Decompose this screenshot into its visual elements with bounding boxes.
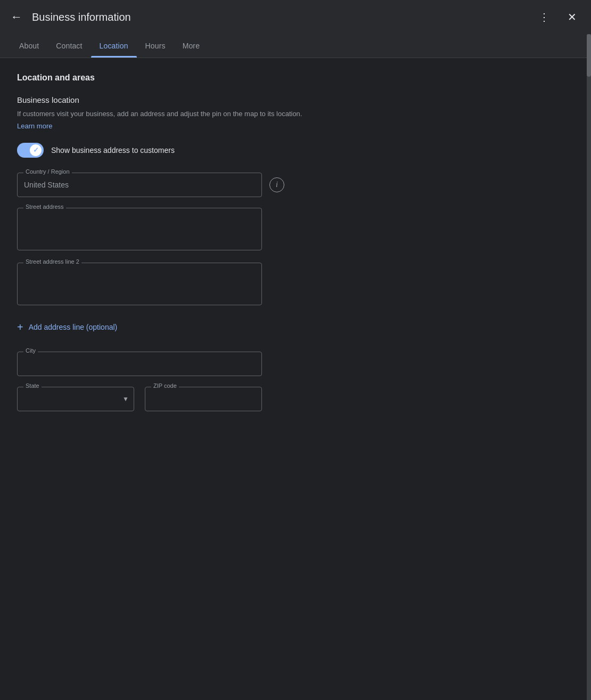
state-label: State bbox=[23, 382, 42, 389]
toggle-thumb: ✓ bbox=[30, 144, 42, 156]
back-icon: ← bbox=[11, 10, 22, 24]
tab-location[interactable]: Location bbox=[91, 34, 137, 58]
close-icon: ✕ bbox=[568, 11, 577, 23]
street-address-input[interactable] bbox=[17, 208, 262, 250]
street-address-group: Street address bbox=[17, 208, 505, 252]
tabs-bar: About Contact Location Hours More bbox=[0, 34, 591, 58]
toggle-label: Show business address to customers bbox=[51, 146, 175, 154]
tab-more[interactable]: More bbox=[174, 34, 208, 58]
more-options-icon: ⋮ bbox=[539, 11, 549, 23]
more-options-button[interactable]: ⋮ bbox=[536, 9, 553, 26]
add-address-label: Add address line (optional) bbox=[29, 323, 118, 331]
header-actions: ⋮ ✕ bbox=[536, 9, 580, 26]
section-title: Location and areas bbox=[17, 73, 505, 83]
add-address-button[interactable]: + Add address line (optional) bbox=[17, 318, 505, 337]
state-zip-row: State ▼ ZIP code bbox=[17, 387, 505, 411]
scrollbar-thumb[interactable] bbox=[587, 34, 591, 77]
show-address-toggle[interactable]: ✓ bbox=[17, 143, 44, 158]
info-icon[interactable]: i bbox=[269, 177, 284, 192]
close-button[interactable]: ✕ bbox=[563, 9, 580, 26]
street-address-wrapper: Street address bbox=[17, 208, 262, 252]
toggle-check-icon: ✓ bbox=[33, 146, 39, 154]
description-text: If customers visit your business, add an… bbox=[17, 109, 505, 119]
tab-contact[interactable]: Contact bbox=[47, 34, 91, 58]
header: ← Business information ⋮ ✕ bbox=[0, 0, 591, 34]
show-address-toggle-row: ✓ Show business address to customers bbox=[17, 143, 505, 158]
street-address2-label: Street address line 2 bbox=[23, 258, 81, 265]
toggle-track[interactable]: ✓ bbox=[17, 143, 44, 158]
city-wrapper: City bbox=[17, 352, 262, 376]
street-address-label: Street address bbox=[23, 204, 66, 210]
tab-about[interactable]: About bbox=[11, 34, 47, 58]
zip-label: ZIP code bbox=[151, 382, 179, 389]
tab-hours[interactable]: Hours bbox=[137, 34, 174, 58]
page-title: Business information bbox=[32, 11, 536, 23]
city-group: City bbox=[17, 352, 505, 376]
street-address2-group: Street address line 2 bbox=[17, 263, 505, 307]
plus-icon: + bbox=[17, 322, 23, 332]
zip-wrapper: ZIP code bbox=[145, 387, 262, 411]
city-input[interactable] bbox=[17, 352, 262, 376]
scrollbar[interactable] bbox=[587, 34, 591, 700]
street-address2-wrapper: Street address line 2 bbox=[17, 263, 262, 307]
learn-more-link[interactable]: Learn more bbox=[17, 122, 52, 130]
country-region-row: Country / Region United States i bbox=[17, 173, 505, 197]
country-field-wrapper: Country / Region United States bbox=[17, 173, 262, 197]
city-label: City bbox=[23, 347, 38, 354]
back-button[interactable]: ← bbox=[11, 10, 22, 24]
zip-input[interactable] bbox=[145, 387, 262, 411]
state-wrapper: State ▼ bbox=[17, 387, 134, 411]
subsection-title: Business location bbox=[17, 95, 505, 104]
street-address2-input[interactable] bbox=[17, 263, 262, 305]
country-value[interactable]: United States bbox=[17, 173, 262, 197]
state-select[interactable] bbox=[17, 387, 134, 411]
country-label: Country / Region bbox=[23, 168, 72, 175]
main-content: Location and areas Business location If … bbox=[0, 58, 522, 426]
